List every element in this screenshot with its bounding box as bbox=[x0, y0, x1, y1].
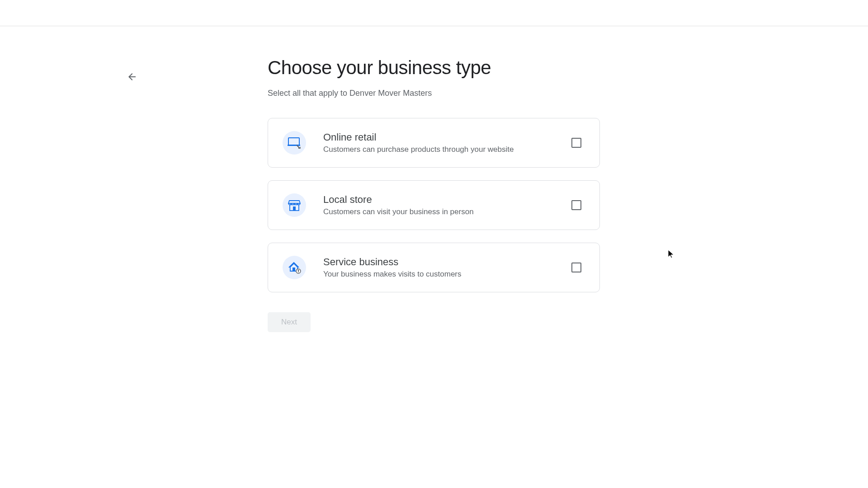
top-bar bbox=[0, 0, 868, 26]
service-business-icon bbox=[283, 256, 306, 279]
option-description: Customers can purchase products through … bbox=[323, 145, 571, 154]
checkbox-online-retail[interactable] bbox=[571, 138, 581, 148]
svg-rect-4 bbox=[293, 206, 296, 211]
option-title: Local store bbox=[323, 194, 571, 206]
online-retail-icon bbox=[283, 131, 306, 155]
svg-rect-1 bbox=[288, 145, 300, 146]
local-store-icon bbox=[283, 193, 306, 217]
option-text: Local store Customers can visit your bus… bbox=[323, 194, 571, 216]
option-text: Service business Your business makes vis… bbox=[323, 256, 571, 279]
checkbox-local-store[interactable] bbox=[571, 200, 581, 210]
svg-rect-0 bbox=[288, 138, 299, 145]
page-title: Choose your business type bbox=[268, 57, 600, 79]
option-service-business[interactable]: Service business Your business makes vis… bbox=[268, 243, 600, 292]
checkbox-service-business[interactable] bbox=[571, 263, 581, 272]
options-container: Online retail Customers can purchase pro… bbox=[268, 118, 600, 292]
option-title: Service business bbox=[323, 256, 571, 268]
option-description: Your business makes visits to customers bbox=[323, 270, 571, 279]
cursor-icon bbox=[668, 250, 675, 261]
option-text: Online retail Customers can purchase pro… bbox=[323, 131, 571, 154]
back-button[interactable] bbox=[123, 68, 141, 86]
back-arrow-icon bbox=[127, 71, 137, 82]
option-local-store[interactable]: Local store Customers can visit your bus… bbox=[268, 180, 600, 230]
next-button[interactable]: Next bbox=[268, 312, 311, 332]
option-description: Customers can visit your business in per… bbox=[323, 207, 571, 216]
option-title: Online retail bbox=[323, 131, 571, 143]
page-subtitle: Select all that apply to Denver Mover Ma… bbox=[268, 89, 600, 98]
option-online-retail[interactable]: Online retail Customers can purchase pro… bbox=[268, 118, 600, 168]
svg-rect-5 bbox=[292, 267, 295, 271]
